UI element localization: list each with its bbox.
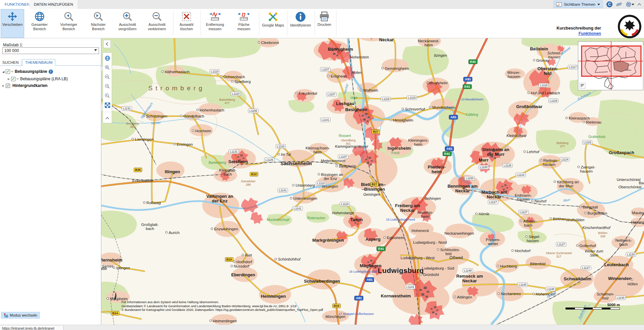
tree-expander-expanded-icon[interactable]: ◢ [1, 70, 5, 73]
map-label: Steinheim an der Murr [482, 147, 509, 157]
map-label: Gündelbach [180, 114, 204, 118]
switch-mode-button[interactable]: Modus wechseln [1, 312, 40, 319]
tree-expander-collapsed-icon[interactable]: ▶ [1, 84, 5, 87]
map-label: Asperg [366, 237, 381, 242]
map-label: Bottwar [560, 46, 571, 56]
previous-extent-small-button[interactable] [104, 83, 111, 90]
map-label: Hochberg [497, 264, 517, 268]
checkbox-checked[interactable]: ✓ [6, 84, 10, 88]
map-label: A81 [354, 296, 363, 300]
tree-item-label: Bebauungspläne [15, 69, 47, 74]
map-viewport[interactable]: BönnigheimKirchheim am NeckarNeckarwest-… [101, 38, 644, 325]
google-maps-button[interactable]: Google Maps [259, 9, 287, 38]
scale-select[interactable]: 100 000 [2, 47, 99, 54]
zoom-in-button[interactable]: Ausschnitt vergrößern [113, 9, 142, 38]
map-label: Neuhof [531, 199, 546, 203]
tab-suchen[interactable]: SUCHEN [0, 59, 21, 66]
map-label: Eckenweiher [132, 179, 154, 183]
map-label: Illingen [165, 170, 180, 174]
full-extent-button[interactable]: Gesamter Bereich [25, 9, 54, 38]
map-label: Kleinsachsen- heim [306, 146, 330, 154]
collapse-toolbar-icon[interactable] [637, 3, 641, 7]
overview-map[interactable] [578, 41, 643, 90]
print-button[interactable]: Drucken [310, 9, 338, 38]
svg-text:N: N [113, 290, 115, 293]
visible-themes-dropdown[interactable]: i Sichtbare Themen [553, 1, 603, 8]
map-label: Baiselsberg 477 [219, 98, 235, 105]
info-icon[interactable]: i [49, 69, 53, 74]
map-label: E41 [443, 151, 452, 156]
next-extent-small-button[interactable] [104, 92, 111, 99]
map-label: E41 [377, 246, 386, 251]
map-label: Neckar [343, 83, 350, 94]
map-label: Häfnerhaslach [161, 70, 190, 74]
pan-button[interactable]: Verschieben [1, 9, 24, 38]
panel-collapse-button[interactable] [103, 40, 111, 48]
next-extent-label: Nächster Bereich [84, 22, 112, 31]
attribution-line: Geobasisdaten © Landesamt für Geoinforma… [121, 304, 323, 308]
map-label: Kirchberg an der Murr [553, 180, 579, 188]
tab-themenbaum[interactable]: THEMENBAUM [22, 59, 55, 66]
map-label: Schützingen [143, 114, 167, 118]
map-label: Affalter- bach [520, 219, 537, 228]
zoom-prev-icon [105, 84, 110, 89]
checkbox-checked[interactable]: ✓ [6, 69, 10, 74]
full-extent-label: Gesamter Bereich [25, 22, 54, 31]
measure-area-button[interactable]: Fläche messen [230, 9, 258, 38]
checkbox-checked[interactable]: ✓ [11, 77, 15, 81]
map-label: Rossert [339, 134, 351, 138]
map-label: Bönnigheim [328, 47, 353, 52]
overview-expand-button[interactable] [580, 83, 585, 89]
map-label: Ludwigsburg - Nord [413, 240, 447, 244]
google-maps-icon [268, 11, 278, 22]
expand-view-button[interactable] [104, 102, 111, 108]
map-label: Muckenschupf [267, 218, 289, 222]
scroll-up-button[interactable] [104, 115, 111, 122]
map-label: B14 [111, 311, 119, 316]
map-label: Löchgau [336, 101, 354, 106]
clear-selection-label: Auswahl löschen [172, 22, 201, 31]
link-icon[interactable] [616, 2, 622, 7]
measure-distance-icon [209, 11, 221, 21]
map-label: 16 Ludwigsburg-Süd [349, 270, 377, 274]
map-label: L1131 [121, 106, 132, 111]
map-label: L1127 [488, 200, 498, 204]
zoom-out-small-button[interactable] [104, 74, 111, 80]
chevron-down-icon[interactable] [16, 77, 19, 80]
refresh-icon[interactable]: C [606, 1, 612, 7]
clear-selection-button[interactable]: Auswahl löschen [172, 9, 201, 38]
map-label: Sersheim [228, 159, 248, 164]
scale-label: Maßstab 1: [3, 43, 23, 47]
map-label: A81 [449, 115, 458, 120]
settings-dropdown[interactable] [626, 1, 634, 7]
measure-area-label: Fläche messen [230, 22, 258, 31]
zoom-in-small-button[interactable] [104, 64, 111, 71]
map-label: Rielings- hausen [540, 158, 558, 167]
map-label: Pleidels- heim [428, 165, 445, 174]
chevron-down-icon[interactable] [11, 70, 13, 72]
zoom-out-button[interactable]: Ausschnitt verkleinern [143, 9, 171, 38]
map-label: Im Tal [277, 153, 291, 157]
tree-item-bebauungsplaene[interactable]: ◢ ✓ Bebauungspläne i [1, 68, 53, 75]
print-icon [319, 11, 330, 21]
tab-daten-hinzufuegen[interactable]: DATEN HINZUFÜGEN [29, 0, 78, 9]
top-right-icons: i Sichtbare Themen C [553, 0, 641, 8]
map-label: L1127 [556, 242, 566, 247]
map-label: Ensingen [173, 142, 193, 146]
functions-help-link[interactable]: Funktionen [579, 31, 601, 36]
full-extent-small-button[interactable] [104, 55, 111, 61]
previous-extent-button[interactable]: Vorheriger Bereich [55, 9, 83, 38]
identify-icon [295, 11, 306, 22]
map-labels: BönnigheimKirchheim am NeckarNeckarwest-… [101, 38, 644, 325]
next-extent-button[interactable]: Nächster Bereich [84, 9, 112, 38]
tree-expander-collapsed-icon[interactable]: ▶ [7, 78, 11, 81]
print-label: Drucken [310, 22, 338, 27]
zoom-out-icon [105, 74, 110, 80]
map-label: Bülzberg 377 [556, 142, 569, 148]
map-label: Obersten- feld [537, 66, 558, 76]
measure-distance-button[interactable]: Entfernung messen [201, 9, 229, 38]
map-label: L1124 [559, 157, 570, 162]
tree-item-bebauungsplaene-lra[interactable]: ▶ ✓ Bebauungspläne (LRA LB) [7, 76, 68, 82]
tree-item-hintergrundkarten[interactable]: ▶ ✓ Hintergrundkarten [1, 83, 48, 89]
map-label: Heimerdingen [209, 319, 237, 323]
